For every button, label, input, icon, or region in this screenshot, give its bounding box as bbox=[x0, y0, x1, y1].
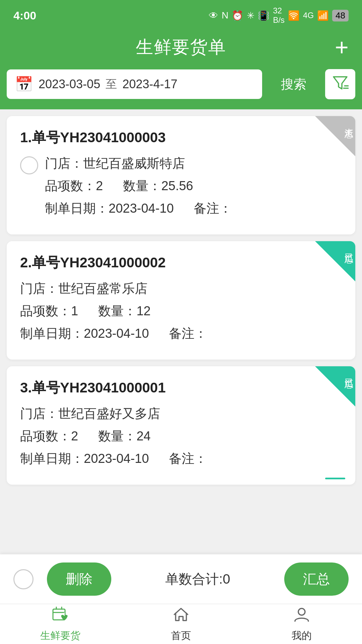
battery-icon: 48 bbox=[332, 10, 349, 21]
search-bar: 📅 2023-03-05 至 2023-4-17 搜索 bbox=[0, 69, 362, 109]
date-remark-line-3: 制单日期：2023-04-10 备注： bbox=[20, 450, 342, 467]
status-time: 4:00 bbox=[13, 9, 36, 22]
store-line-1: 门店：世纪百盛威斯特店 bbox=[45, 155, 342, 172]
data-speed: 32B/s bbox=[273, 6, 285, 25]
bottom-nav: 生鲜要货 首页 我的 bbox=[0, 604, 362, 644]
nav-fresh[interactable]: 生鲜要货 bbox=[0, 604, 121, 644]
fresh-nav-icon bbox=[52, 606, 69, 627]
eye-icon: 👁 bbox=[209, 10, 218, 21]
count-qty-line-2: 品项数：1 数量：12 bbox=[20, 303, 342, 320]
svg-point-7 bbox=[298, 608, 305, 615]
mine-nav-icon bbox=[293, 606, 310, 627]
order-no-prefix: 单号 bbox=[32, 129, 60, 145]
badge-summarized-3: 已汇总 bbox=[315, 366, 355, 407]
order-detail-row-1: 门店：世纪百盛威斯特店 品项数：2 数量：25.56 制单日期：2023-04-… bbox=[20, 155, 342, 222]
date-from: 2023-03-05 bbox=[39, 77, 100, 91]
nav-fresh-label: 生鲜要货 bbox=[40, 629, 80, 643]
select-all-radio[interactable] bbox=[13, 569, 34, 589]
order-radio-1[interactable] bbox=[20, 156, 38, 174]
filter-icon bbox=[332, 74, 349, 94]
status-bar: 4:00 👁 N ⏰ ✳ 📳 32B/s 🛜 4G 📶 48 bbox=[0, 0, 362, 29]
date-remark-line-2: 制单日期：2023-04-10 备注： bbox=[20, 325, 342, 342]
store-line-2: 门店：世纪百盛常乐店 bbox=[20, 280, 342, 297]
nav-mine-label: 我的 bbox=[292, 629, 312, 643]
nav-home-label: 首页 bbox=[171, 629, 191, 643]
date-remark-line-1: 制单日期：2023-04-10 备注： bbox=[45, 200, 342, 217]
date-separator: 至 bbox=[106, 76, 117, 92]
order-number-1: 1.单号YH23041000003 bbox=[20, 128, 342, 147]
order-info-1: 门店：世纪百盛威斯特店 品项数：2 数量：25.56 制单日期：2023-04-… bbox=[45, 155, 342, 222]
order-card-1[interactable]: 未汇总 1.单号YH23041000003 门店：世纪百盛威斯特店 品项数：2 … bbox=[7, 116, 355, 234]
count-qty-line-1: 品项数：2 数量：25.56 bbox=[45, 177, 342, 195]
order-list: 未汇总 1.单号YH23041000003 门店：世纪百盛威斯特店 品项数：2 … bbox=[0, 109, 362, 565]
page-header: 生鲜要货单 + bbox=[0, 29, 362, 69]
home-nav-icon bbox=[172, 606, 190, 627]
nav-mine[interactable]: 我的 bbox=[241, 604, 362, 644]
bottom-action-bar: 删除 单数合计:0 汇总 bbox=[0, 554, 362, 604]
page-title: 生鲜要货单 bbox=[136, 36, 226, 59]
nfc-icon: N bbox=[222, 10, 228, 21]
bluetooth-icon: ✳ bbox=[247, 10, 254, 21]
phone-icon: 📳 bbox=[258, 10, 269, 21]
date-to: 2023-4-17 bbox=[122, 77, 177, 91]
store-line-3: 门店：世纪百盛好又多店 bbox=[20, 405, 342, 422]
total-count: 单数合计:0 bbox=[125, 570, 271, 588]
order-number-3: 3.单号YH23041000001 bbox=[20, 378, 342, 397]
date-range-text: 2023-03-05 至 2023-4-17 bbox=[39, 76, 254, 92]
badge-not-summarized: 未汇总 bbox=[315, 116, 355, 156]
summary-button[interactable]: 汇总 bbox=[284, 562, 349, 596]
delete-button[interactable]: 删除 bbox=[47, 562, 111, 596]
signal-icon: 📶 bbox=[317, 10, 329, 21]
scroll-indicator bbox=[325, 478, 345, 479]
order-card-2[interactable]: 已汇总 2.单号YH23041000002 门店：世纪百盛常乐店 品项数：1 数… bbox=[7, 241, 355, 360]
search-button[interactable]: 搜索 bbox=[267, 70, 320, 99]
add-button[interactable]: + bbox=[335, 36, 349, 59]
network-icon: 4G bbox=[303, 11, 314, 20]
order-number-2: 2.单号YH23041000002 bbox=[20, 253, 342, 272]
date-range-input[interactable]: 📅 2023-03-05 至 2023-4-17 bbox=[7, 69, 262, 99]
alarm-icon: ⏰ bbox=[232, 10, 243, 21]
nav-home[interactable]: 首页 bbox=[121, 604, 241, 644]
filter-button[interactable] bbox=[325, 69, 355, 99]
order-card-3[interactable]: 已汇总 3.单号YH23041000001 门店：世纪百盛好又多店 品项数：2 … bbox=[7, 366, 355, 485]
wifi-icon: 🛜 bbox=[288, 10, 300, 21]
calendar-icon: 📅 bbox=[15, 75, 33, 93]
svg-marker-0 bbox=[334, 77, 347, 89]
status-icons: 👁 N ⏰ ✳ 📳 32B/s 🛜 4G 📶 48 bbox=[209, 6, 349, 25]
badge-summarized-2: 已汇总 bbox=[315, 241, 355, 281]
count-qty-line-3: 品项数：2 数量：24 bbox=[20, 428, 342, 445]
